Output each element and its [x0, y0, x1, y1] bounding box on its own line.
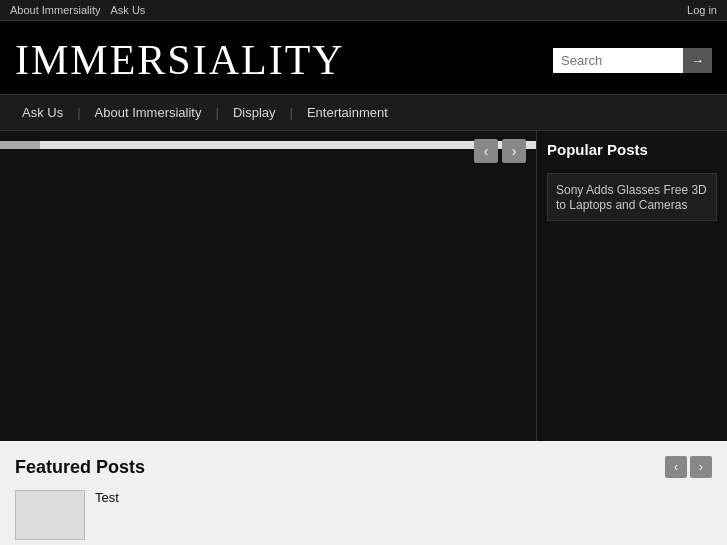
slider-track: [0, 141, 536, 149]
slider-nav: ‹ ›: [474, 139, 526, 163]
slider-prev-button[interactable]: ‹: [474, 139, 498, 163]
featured-header: Featured Posts ‹ ›: [15, 456, 712, 478]
slider-area: ‹ ›: [0, 131, 537, 441]
slider-next-button[interactable]: ›: [502, 139, 526, 163]
featured-next-button[interactable]: ›: [690, 456, 712, 478]
main-area: ‹ › Popular Posts Sony Adds Glasses Free…: [0, 131, 727, 441]
search-box: →: [553, 48, 712, 73]
login-link[interactable]: Log in: [687, 4, 717, 16]
nav-separator-3: |: [288, 105, 295, 120]
featured-thumbnail: [15, 490, 85, 540]
featured-items: Test: [15, 490, 712, 540]
featured-item-title: Test: [95, 490, 119, 505]
topbar-link-askus[interactable]: Ask Us: [110, 4, 145, 16]
popular-post-item: Sony Adds Glasses Free 3D to Laptops and…: [547, 173, 717, 221]
nav-bar: Ask Us | About Immersiality | Display | …: [0, 94, 727, 131]
sidebar: Popular Posts Sony Adds Glasses Free 3D …: [537, 131, 727, 441]
featured-nav: ‹ ›: [665, 456, 712, 478]
topbar-link-about[interactable]: About Immersiality: [10, 4, 100, 16]
top-bar-right: Log in: [687, 4, 717, 16]
nav-separator-2: |: [213, 105, 220, 120]
site-title: IMMERSIALITY: [15, 36, 345, 84]
search-input[interactable]: [553, 48, 683, 73]
top-bar-left: About Immersiality Ask Us: [10, 4, 145, 16]
nav-item-about[interactable]: About Immersiality: [83, 95, 214, 130]
nav-separator-1: |: [75, 105, 82, 120]
popular-posts-title: Popular Posts: [547, 141, 717, 163]
featured-section: Featured Posts ‹ › Test: [0, 441, 727, 545]
top-bar: About Immersiality Ask Us Log in: [0, 0, 727, 21]
header: IMMERSIALITY →: [0, 21, 727, 94]
nav-item-entertainment[interactable]: Entertainment: [295, 95, 400, 130]
popular-post-link[interactable]: Sony Adds Glasses Free 3D to Laptops and…: [556, 183, 707, 212]
nav-item-askus[interactable]: Ask Us: [10, 95, 75, 130]
search-button[interactable]: →: [683, 48, 712, 73]
featured-title: Featured Posts: [15, 457, 145, 478]
featured-item: Test: [15, 490, 119, 540]
slider-thumb: [0, 141, 40, 149]
nav-item-display[interactable]: Display: [221, 95, 288, 130]
featured-prev-button[interactable]: ‹: [665, 456, 687, 478]
